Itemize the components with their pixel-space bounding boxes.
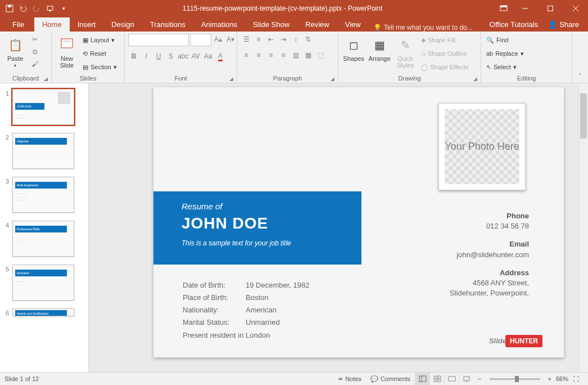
font-color-button[interactable]: A [215,51,226,62]
tab-design[interactable]: Design [103,17,142,32]
change-case-button[interactable]: Aa [202,51,214,62]
zoom-in-button[interactable]: + [544,373,556,385]
italic-button[interactable]: I [141,51,152,62]
strikethrough-button[interactable]: S [165,51,177,62]
slideshow-view-button[interactable] [459,373,473,386]
personal-details[interactable]: Date of Birth:19 December, 1982 Place of… [182,279,310,342]
numbering-button[interactable]: ≡ [253,34,264,45]
reset-button[interactable]: ⟲Reset [81,47,119,60]
undo-icon[interactable] [17,2,29,15]
shape-fill-button[interactable]: ◆Shape Fill [419,34,470,46]
section-button[interactable]: ▤Section ▾ [81,61,119,73]
decrease-font-icon[interactable]: A▾ [225,34,236,45]
title-block[interactable]: Resume of JOHN DOE This is a sample text… [153,191,361,265]
start-from-beginning-icon[interactable] [44,2,56,15]
paste-button[interactable]: 📋 Paste ▾ [3,34,27,68]
font-size-select[interactable] [190,34,211,46]
shape-effects-button[interactable]: ◯Shape Effects [419,61,470,73]
bullets-button[interactable]: ☰ [241,34,252,45]
shapes-icon: ◻ [345,36,363,54]
slide-thumbnail-2[interactable]: Objective [12,133,74,169]
align-right-button[interactable]: ≡ [265,50,277,61]
select-button[interactable]: ↖Select ▾ [485,61,526,73]
find-button[interactable]: 🔍Find [485,34,526,46]
align-center-button[interactable]: ≡ [253,50,264,61]
cut-button[interactable]: ✂ [29,34,40,45]
tab-slideshow[interactable]: Slide Show [245,17,297,32]
slide-editor[interactable]: Your Photo Here Resume of JOHN DOE This … [89,83,588,372]
paragraph-dialog-launcher[interactable]: ◢ [331,76,334,82]
office-tutorials-link[interactable]: Office Tutorials [484,17,544,32]
arrange-button[interactable]: ▦Arrange [368,34,391,62]
font-family-select[interactable] [128,34,189,46]
bold-button[interactable]: B [128,51,139,62]
slide-thumbnail-5[interactable]: Education — — —— — [12,265,74,301]
zoom-slider[interactable] [490,378,540,380]
align-left-button[interactable]: ≡ [241,50,252,61]
smartart-button[interactable]: ⬚ [315,50,326,61]
contact-block[interactable]: Phone 012 34 56 78 Email john@slidehunte… [450,211,529,298]
replace-button[interactable]: abReplace ▾ [485,47,526,60]
shapes-button[interactable]: ◻Shapes [342,34,365,62]
slide-thumbnail-4[interactable]: Professional Skills — —— — —— — [12,221,74,257]
columns-button[interactable]: ▥ [290,50,301,61]
slide-canvas[interactable]: Your Photo Here Resume of JOHN DOE This … [153,87,564,357]
format-painter-button[interactable]: 🖌 [29,59,40,70]
paste-label: Paste [7,55,23,62]
tab-file[interactable]: File [2,17,34,32]
tab-home[interactable]: Home [34,17,70,32]
justify-button[interactable]: ≡ [278,50,289,61]
zoom-level[interactable]: 66% [556,375,568,382]
redo-icon[interactable] [30,2,43,15]
vertical-scrollbar[interactable] [578,83,588,372]
layout-button[interactable]: ▦Layout ▾ [81,34,119,46]
copy-button[interactable]: ⧉ [29,46,40,57]
tab-review[interactable]: Review [297,17,337,32]
slide-thumbnail-panel[interactable]: 1 JOHN DOE — — —— — — 2 Objective 3 Work… [0,83,89,372]
slide-thumbnail-1[interactable]: JOHN DOE — — —— — — [12,89,74,125]
increase-font-icon[interactable]: A▴ [212,34,224,45]
slide-thumbnail-3[interactable]: Work Experience — — — —— — —— — — — [12,177,74,213]
increase-indent-button[interactable]: ⇥ [278,34,289,45]
share-button[interactable]: 👤Share [544,17,584,32]
underline-button[interactable]: U [153,51,164,62]
minimize-button[interactable] [512,0,537,16]
comments-button[interactable]: 💬Comments [366,373,415,385]
char-spacing-button[interactable]: AV [190,51,201,62]
reading-view-button[interactable] [444,373,459,386]
quick-styles-button[interactable]: ✎Quick Styles [393,34,417,69]
tab-animations[interactable]: Animations [193,17,245,32]
shape-effects-icon: ◯ [421,64,428,71]
notes-button[interactable]: ≐Notes [333,373,366,385]
font-dialog-launcher[interactable]: ◢ [229,76,233,82]
normal-view-button[interactable] [415,373,429,386]
text-direction-button[interactable]: ⇅ [302,34,314,45]
group-paragraph-label: Paragraph◢ [241,75,334,83]
save-icon[interactable] [3,2,16,15]
ribbon-display-options-icon[interactable] [495,0,512,16]
slide-counter[interactable]: Slide 1 of 12 [4,375,39,382]
dob-label: Date of Birth: [183,280,245,291]
shape-outline-button[interactable]: ◇Shape Outline [419,47,470,60]
tab-transitions[interactable]: Transitions [142,17,193,32]
slide-thumbnail-6[interactable]: Awards and Certifications [12,308,74,316]
new-slide-button[interactable]: New Slide [55,34,79,69]
collapse-ribbon-icon[interactable]: ˄ [572,32,588,83]
line-spacing-button[interactable]: ↕ [290,34,301,45]
align-text-button[interactable]: ▦ [302,50,314,61]
tell-me-search[interactable]: 💡 Tell me what you want to do... [373,24,473,32]
decrease-indent-button[interactable]: ⇤ [265,34,277,45]
tab-insert[interactable]: Insert [70,17,104,32]
drawing-dialog-launcher[interactable]: ◢ [473,76,477,82]
close-button[interactable] [563,0,588,16]
zoom-out-button[interactable]: − [473,373,486,385]
tab-view[interactable]: View [337,17,369,32]
photo-placeholder[interactable]: Your Photo Here [438,103,526,190]
slide-sorter-view-button[interactable] [429,373,444,386]
qat-customize-icon[interactable]: ▾ [57,2,70,15]
text-shadow-button[interactable]: abc [178,51,189,62]
fit-to-window-button[interactable]: ⛶ [568,373,584,385]
svg-rect-5 [500,6,507,7]
clipboard-dialog-launcher[interactable]: ◢ [44,76,48,82]
maximize-button[interactable] [537,0,563,16]
